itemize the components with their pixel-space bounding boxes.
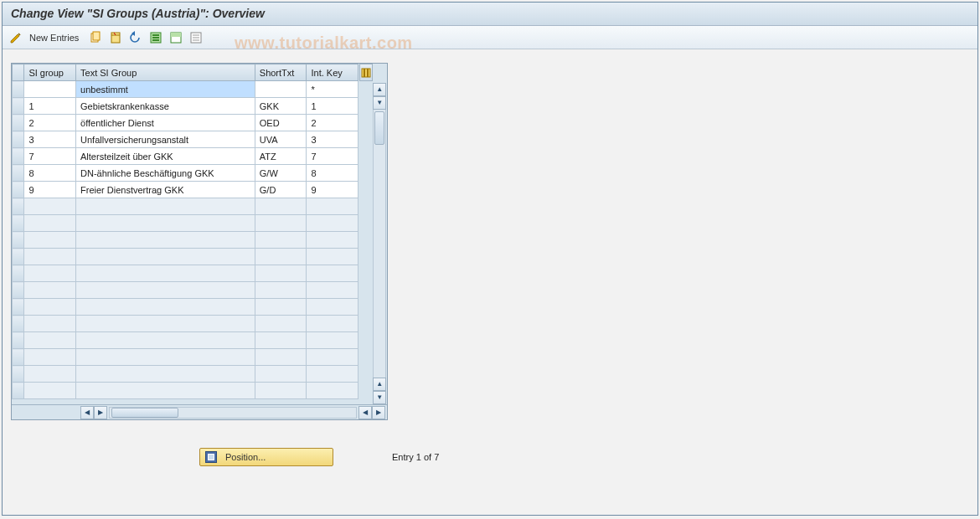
cell[interactable]: OED <box>255 115 307 131</box>
row-selector[interactable] <box>13 282 24 299</box>
row-selector[interactable] <box>13 299 24 316</box>
cell[interactable]: UVA <box>255 131 307 148</box>
cell[interactable]: * <box>307 81 358 98</box>
table-row[interactable]: 9Freier Dienstvertrag GKKG/D9 <box>13 182 358 198</box>
deselect-all-icon[interactable] <box>188 29 204 46</box>
cell[interactable]: öffentlicher Dienst <box>76 115 255 131</box>
cell-empty[interactable] <box>24 366 76 383</box>
row-selector[interactable] <box>13 265 24 282</box>
cell-empty[interactable] <box>307 299 358 316</box>
cell[interactable]: Unfallversicherungsanstalt <box>76 131 255 148</box>
row-selector[interactable] <box>13 383 24 399</box>
scroll-left-end-button[interactable]: ◀ <box>358 406 372 419</box>
cell[interactable]: Gebietskrankenkasse <box>76 98 255 115</box>
row-selector[interactable] <box>13 316 24 332</box>
new-entries-button[interactable]: New Entries <box>28 33 84 43</box>
horizontal-scroll-track[interactable] <box>109 407 357 419</box>
row-selector[interactable] <box>13 182 24 198</box>
table-row-empty[interactable] <box>13 383 358 399</box>
copy-as-icon[interactable] <box>87 29 104 46</box>
table-row-empty[interactable] <box>13 215 358 232</box>
cell[interactable]: ATZ <box>255 148 307 165</box>
cell-empty[interactable] <box>255 383 307 399</box>
row-selector[interactable] <box>13 81 24 98</box>
row-selector[interactable] <box>13 366 24 383</box>
select-all-icon[interactable] <box>147 29 164 46</box>
select-block-icon[interactable] <box>168 29 184 46</box>
cell-empty[interactable] <box>307 232 358 249</box>
cell[interactable]: 2 <box>24 115 76 131</box>
cell[interactable]: 1 <box>307 98 358 115</box>
cell-empty[interactable] <box>24 316 76 332</box>
cell-empty[interactable] <box>255 349 307 366</box>
table-row[interactable]: 7Altersteilzeit über GKKATZ7 <box>13 148 358 165</box>
table-row-empty[interactable] <box>13 349 358 366</box>
table-row-empty[interactable] <box>13 232 358 249</box>
cell[interactable]: 1 <box>24 98 76 115</box>
cell-empty[interactable] <box>24 383 76 399</box>
table-row[interactable]: 1GebietskrankenkasseGKK1 <box>13 98 358 115</box>
cell-empty[interactable] <box>24 249 76 265</box>
cell-empty[interactable] <box>76 299 255 316</box>
position-button[interactable]: Position... <box>199 448 333 466</box>
col-header-shorttxt[interactable]: ShortTxt <box>255 64 307 81</box>
cell-empty[interactable] <box>24 282 76 299</box>
cell-empty[interactable] <box>76 383 255 399</box>
table-row-empty[interactable] <box>13 366 358 383</box>
cell[interactable] <box>255 81 307 98</box>
scroll-up-button[interactable]: ▲ <box>373 83 386 96</box>
scroll-right-end-button[interactable]: ▶ <box>372 406 385 419</box>
cell-empty[interactable] <box>24 215 76 232</box>
cell[interactable]: 9 <box>307 182 358 198</box>
cell-empty[interactable] <box>76 349 255 366</box>
cell-empty[interactable] <box>307 349 358 366</box>
horizontal-scroll-thumb[interactable] <box>111 408 178 418</box>
cell-empty[interactable] <box>24 332 76 349</box>
cell[interactable]: Freier Dienstvertrag GKK <box>76 182 255 198</box>
horizontal-scrollbar[interactable]: ◀ ▶ ◀ ▶ <box>12 404 387 419</box>
table-row-empty[interactable] <box>13 282 358 299</box>
cell[interactable]: 7 <box>24 148 76 165</box>
table-row-empty[interactable] <box>13 332 358 349</box>
row-selector[interactable] <box>13 148 24 165</box>
cell[interactable]: 8 <box>24 165 76 182</box>
delete-icon[interactable] <box>107 29 124 46</box>
cell[interactable]: 3 <box>24 131 76 148</box>
cell-empty[interactable] <box>307 215 358 232</box>
cell-empty[interactable] <box>307 316 358 332</box>
cell[interactable]: 9 <box>24 182 76 198</box>
cell-empty[interactable] <box>255 198 307 215</box>
cell-empty[interactable] <box>255 249 307 265</box>
scroll-right-button[interactable]: ▶ <box>94 406 107 419</box>
cell-empty[interactable] <box>307 332 358 349</box>
cell-empty[interactable] <box>76 316 255 332</box>
row-selector[interactable] <box>13 349 24 366</box>
cell[interactable]: Altersteilzeit über GKK <box>76 148 255 165</box>
cell-empty[interactable] <box>255 282 307 299</box>
cell-empty[interactable] <box>76 198 255 215</box>
scroll-down-button[interactable]: ▼ <box>373 96 386 110</box>
cell[interactable]: GKK <box>255 98 307 115</box>
col-header-text-si-group[interactable]: Text SI Group <box>76 64 255 81</box>
cell-empty[interactable] <box>24 232 76 249</box>
cell-empty[interactable] <box>76 249 255 265</box>
cell-empty[interactable] <box>255 299 307 316</box>
row-selector[interactable] <box>13 198 24 215</box>
cell-empty[interactable] <box>76 265 255 282</box>
row-selector[interactable] <box>13 249 24 265</box>
cell-empty[interactable] <box>255 366 307 383</box>
cell[interactable]: G/D <box>255 182 307 198</box>
cell[interactable]: 8 <box>307 165 358 182</box>
cell[interactable]: 3 <box>307 131 358 148</box>
cell-empty[interactable] <box>307 249 358 265</box>
cell-empty[interactable] <box>76 332 255 349</box>
col-header-int-key[interactable]: Int. Key <box>307 64 358 81</box>
scroll-up-end-button[interactable]: ▲ <box>373 378 386 391</box>
row-selector[interactable] <box>13 232 24 249</box>
cell-empty[interactable] <box>255 316 307 332</box>
vertical-scrollbar[interactable]: ▲ ▼ ▲ ▼ <box>373 81 386 404</box>
cell-empty[interactable] <box>24 265 76 282</box>
cell-empty[interactable] <box>24 349 76 366</box>
table-row-empty[interactable] <box>13 299 358 316</box>
scroll-left-button[interactable]: ◀ <box>80 406 94 419</box>
